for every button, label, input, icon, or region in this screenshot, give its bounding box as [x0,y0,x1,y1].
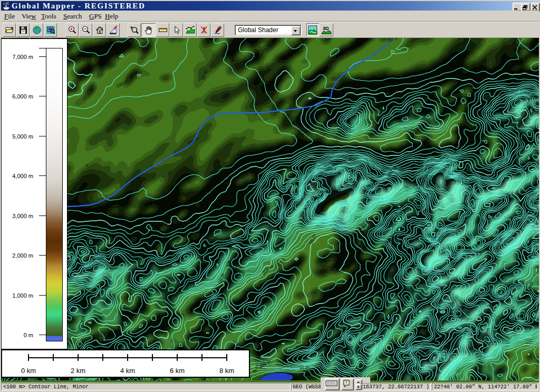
svg-text:3D: 3D [323,25,329,31]
svg-text:?: ? [345,380,348,386]
svg-text:150 m: 150 m [527,281,534,295]
svg-text:500 m: 500 m [315,189,329,194]
svg-text:50 m: 50 m [308,113,320,119]
svg-text:400 m: 400 m [529,94,539,100]
